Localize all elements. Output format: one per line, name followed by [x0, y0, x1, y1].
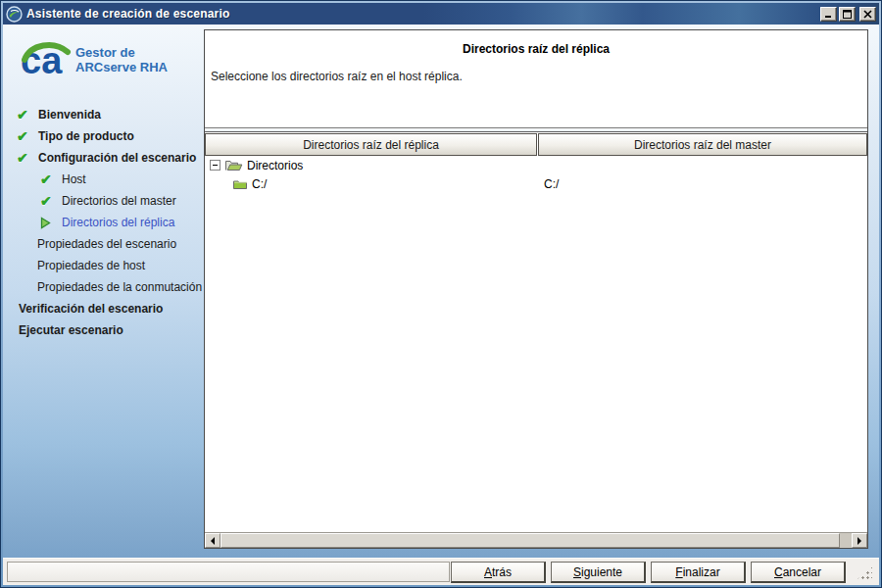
step-label: Propiedades del escenario — [37, 237, 176, 251]
button-mnemonic: F — [675, 565, 682, 579]
scrollbar-thumb[interactable] — [220, 533, 840, 548]
wizard-window: Asistente de creación de escenario ca Ge… — [0, 0, 882, 588]
step-label: Bienvenida — [38, 108, 101, 122]
open-folder-icon — [224, 159, 243, 172]
current-step-arrow-icon — [40, 217, 62, 229]
wizard-step-propiedades-de-host[interactable]: Propiedades de host — [3, 255, 203, 276]
wizard-step-directorios-del-replica[interactable]: Directorios del réplica — [3, 212, 203, 233]
step-label: Ejecutar escenario — [19, 323, 123, 337]
step-label: Host — [62, 172, 86, 186]
atras-button[interactable]: Atrás — [451, 562, 546, 583]
button-label-rest: iguiente — [581, 565, 622, 579]
wizard-step-propiedades-del-escenario[interactable]: Propiedades del escenario — [3, 233, 203, 255]
step-label: Verificación del escenario — [19, 302, 163, 316]
page-description: Seleccione los directorios raíz en el ho… — [211, 70, 463, 83]
check-icon: ✔ — [40, 193, 62, 209]
wizard-steps: ✔Bienvenida✔Tipo de producto✔Configuraci… — [3, 104, 203, 341]
wizard-step-propiedades-de-la-conmutacion[interactable]: Propiedades de la conmutación — [3, 276, 203, 298]
check-icon: ✔ — [40, 172, 62, 187]
wizard-step-tipo-de-producto[interactable]: ✔Tipo de producto — [3, 125, 203, 147]
finalizar-button[interactable]: Finalizar — [651, 562, 746, 583]
ca-arcserve-logo: ca Gestor de ARCserve RHA — [21, 38, 197, 93]
client-area: ca Gestor de ARCserve RHA ✔Bienvenida✔Ti… — [3, 24, 879, 585]
footer-bar: AtrásSiguienteFinalizarCancelar — [3, 558, 879, 585]
maximize-button[interactable] — [839, 7, 856, 22]
button-label-rest: ancelar — [783, 565, 821, 579]
wizard-step-verificacion-del-escenario[interactable]: Verificación del escenario — [3, 298, 203, 319]
step-label: Propiedades de la conmutación — [37, 280, 202, 294]
step-label: Propiedades de host — [37, 259, 145, 272]
product-name: Gestor de ARCserve RHA — [75, 45, 168, 74]
product-line1: Gestor de — [75, 45, 135, 60]
tree-root-label: Directorios — [247, 159, 303, 172]
main-panel: Directorios raíz del réplica Seleccione … — [204, 29, 868, 549]
collapse-icon[interactable] — [210, 160, 220, 171]
master-dir-value: C:/ — [544, 174, 559, 193]
step-label: Directorios del réplica — [62, 216, 174, 229]
folder-icon — [232, 178, 248, 190]
step-header-section: Directorios raíz del réplica Seleccione … — [205, 30, 867, 128]
close-button[interactable] — [859, 7, 876, 22]
button-mnemonic: A — [484, 565, 492, 579]
panel-divider — [205, 129, 867, 132]
column-header-master[interactable]: Directorios raíz del master — [538, 133, 867, 156]
wizard-step-directorios-del-master[interactable]: ✔Directorios del master — [3, 190, 203, 212]
step-label: Configuración del escenario — [38, 151, 196, 165]
minimize-button[interactable] — [820, 7, 837, 22]
app-globe-icon — [6, 6, 23, 23]
scroll-left-icon[interactable] — [205, 533, 220, 548]
replica-dir-value: C:/ — [252, 177, 267, 191]
tree-row-drive[interactable]: C:/ C:/ — [205, 174, 867, 193]
button-label-rest: trás — [492, 565, 512, 579]
product-line2: ARCserve RHA — [75, 60, 168, 74]
title-bar[interactable]: Asistente de creación de escenario — [3, 3, 879, 24]
horizontal-scrollbar[interactable] — [205, 532, 867, 548]
button-mnemonic: C — [774, 565, 783, 579]
grid-header-row: Directorios raíz del réplica Directorios… — [205, 133, 867, 156]
button-label-rest: inalizar — [683, 565, 720, 579]
check-icon: ✔ — [17, 107, 38, 122]
resize-grip[interactable] — [857, 566, 872, 580]
button-mnemonic: S — [573, 565, 581, 579]
directories-grid: Directorios raíz del réplica Directorios… — [205, 133, 867, 548]
wizard-step-host[interactable]: ✔Host — [3, 169, 203, 190]
window-title: Asistente de creación de escenario — [26, 7, 818, 21]
step-label: Tipo de producto — [38, 129, 134, 143]
wizard-step-bienvenida[interactable]: ✔Bienvenida — [3, 104, 203, 125]
tree-row-directories[interactable]: Directorios — [205, 156, 867, 174]
page-title: Directorios raíz del réplica — [205, 42, 867, 56]
wizard-step-configuracion-del-escenario[interactable]: ✔Configuración del escenario — [3, 147, 203, 169]
grid-body: Directorios C:/ C:/ — [205, 156, 867, 532]
ca-logo-icon: ca — [21, 38, 72, 85]
siguiente-button[interactable]: Siguiente — [551, 562, 646, 583]
wizard-step-ejecutar-escenario[interactable]: Ejecutar escenario — [3, 319, 203, 341]
scroll-right-icon[interactable] — [852, 533, 867, 548]
step-label: Directorios del master — [62, 194, 176, 208]
status-box — [7, 562, 450, 582]
cancelar-button[interactable]: Cancelar — [751, 562, 846, 583]
check-icon: ✔ — [17, 128, 38, 144]
column-header-replica[interactable]: Directorios raíz del réplica — [205, 133, 537, 156]
check-icon: ✔ — [17, 150, 38, 166]
